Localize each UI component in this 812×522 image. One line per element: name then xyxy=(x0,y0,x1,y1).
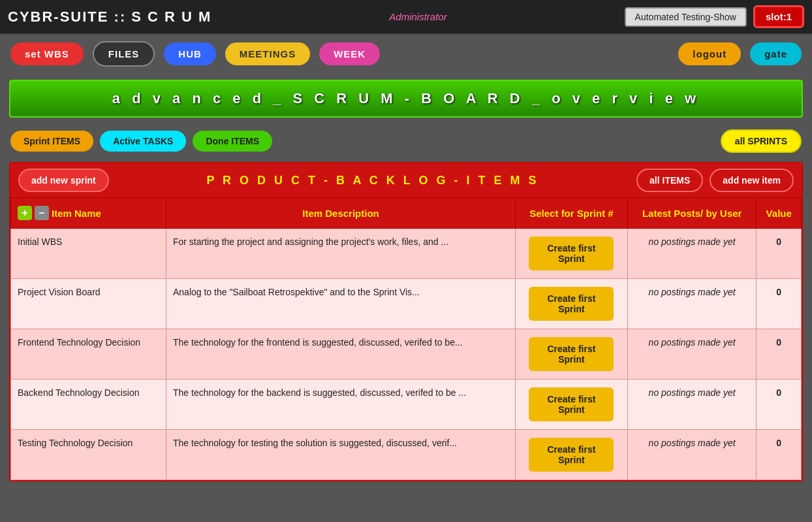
table-row: Initial WBSFor starting the project and … xyxy=(11,229,802,279)
done-items-button[interactable]: Done ITEMS xyxy=(193,131,272,152)
cell-sprint-select: Create first Sprint xyxy=(516,380,628,430)
navbar: set WBS FILES HUB MEETINGS WEEK logout g… xyxy=(0,35,812,73)
col-item-name-label: Item Name xyxy=(52,208,101,219)
cell-item-name: Backend Technology Decision xyxy=(11,380,166,430)
meetings-button[interactable]: MEETINGS xyxy=(225,42,310,65)
th-value: Value xyxy=(757,198,802,229)
cell-item-name: Initial WBS xyxy=(11,229,166,279)
cell-latest-posts: no postings made yet xyxy=(627,380,757,430)
table-row: Testing Technology DecisionThe technolog… xyxy=(11,430,802,480)
create-sprint-button[interactable]: Create first Sprint xyxy=(529,337,614,371)
slot-button[interactable]: slot:1 xyxy=(753,5,804,28)
files-button[interactable]: FILES xyxy=(93,41,155,67)
th-item-name: + – Item Name xyxy=(11,198,166,229)
create-sprint-button[interactable]: Create first Sprint xyxy=(529,387,614,421)
all-items-button[interactable]: all ITEMS xyxy=(636,169,703,192)
create-sprint-button[interactable]: Create first Sprint xyxy=(529,438,614,472)
th-item-description: Item Description xyxy=(166,198,515,229)
logout-button[interactable]: logout xyxy=(678,42,741,65)
cell-sprint-select: Create first Sprint xyxy=(516,329,628,380)
th-select-sprint: Select for Sprint # xyxy=(516,198,628,229)
backlog-header: add new sprint P R O D U C T - B A C K L… xyxy=(10,163,802,197)
table-header-row: + – Item Name Item Description Select fo… xyxy=(11,198,802,229)
set-wbs-button[interactable]: set WBS xyxy=(10,42,84,65)
main-content: add new sprint P R O D U C T - B A C K L… xyxy=(9,162,803,481)
cell-latest-posts: no postings made yet xyxy=(627,279,757,329)
admin-label: Administrator xyxy=(218,11,617,22)
table-row: Frontend Technology DecisionThe technolo… xyxy=(11,329,802,380)
cell-item-description: Analog to the "Sailboat Retrospektive" a… xyxy=(166,279,515,329)
cell-value: 0 xyxy=(757,279,802,329)
cell-sprint-select: Create first Sprint xyxy=(516,229,628,279)
banner-title: a d v a n c e d _ S C R U M - B O A R D … xyxy=(112,90,700,106)
backlog-table: + – Item Name Item Description Select fo… xyxy=(10,197,802,480)
cell-sprint-select: Create first Sprint xyxy=(516,430,628,480)
sprint-items-button[interactable]: Sprint ITEMS xyxy=(10,131,93,152)
active-tasks-button[interactable]: Active TASKS xyxy=(100,131,186,152)
hub-button[interactable]: HUB xyxy=(164,42,216,65)
cell-item-description: The technology for the frontend is sugge… xyxy=(166,329,515,380)
sub-toolbar: Sprint ITEMS Active TASKS Done ITEMS all… xyxy=(0,124,812,158)
cell-value: 0 xyxy=(757,380,802,430)
cell-item-description: The technology for testing the solution … xyxy=(166,430,515,480)
cell-value: 0 xyxy=(757,229,802,279)
all-sprints-button[interactable]: all SPRINTS xyxy=(721,129,802,153)
header: CYBR-SUITE :: S C R U M Administrator Au… xyxy=(0,0,812,35)
create-sprint-button[interactable]: Create first Sprint xyxy=(529,287,614,321)
cell-sprint-select: Create first Sprint xyxy=(516,279,628,329)
cell-item-description: For starting the project and assigning t… xyxy=(166,229,515,279)
app-title: CYBR-SUITE :: S C R U M xyxy=(8,8,211,25)
testing-show-label: Automated Testing-Show xyxy=(625,7,747,27)
minus-button[interactable]: – xyxy=(35,206,49,220)
cell-value: 0 xyxy=(757,329,802,380)
cell-latest-posts: no postings made yet xyxy=(627,329,757,380)
cell-item-name: Project Vision Board xyxy=(11,279,166,329)
gate-button[interactable]: gate xyxy=(750,42,802,65)
cell-item-name: Testing Technology Decision xyxy=(11,430,166,480)
cell-item-name: Frontend Technology Decision xyxy=(11,329,166,380)
cell-value: 0 xyxy=(757,430,802,480)
create-sprint-button[interactable]: Create first Sprint xyxy=(529,237,614,270)
cell-latest-posts: no postings made yet xyxy=(627,430,757,480)
add-sprint-button[interactable]: add new sprint xyxy=(18,169,109,192)
cell-latest-posts: no postings made yet xyxy=(627,229,757,279)
plus-button[interactable]: + xyxy=(18,206,32,220)
banner: a d v a n c e d _ S C R U M - B O A R D … xyxy=(9,80,803,118)
backlog-title: P R O D U C T - B A C K L O G - I T E M … xyxy=(116,174,630,188)
table-row: Project Vision BoardAnalog to the "Sailb… xyxy=(11,279,802,329)
cell-item-description: The technology for the backend is sugges… xyxy=(166,380,515,430)
table-row: Backend Technology DecisionThe technolog… xyxy=(11,380,802,430)
add-new-item-button[interactable]: add new item xyxy=(710,169,794,192)
table-body: Initial WBSFor starting the project and … xyxy=(11,229,802,480)
week-button[interactable]: WEEK xyxy=(319,42,380,65)
th-latest-posts: Latest Posts/ by User xyxy=(627,198,757,229)
